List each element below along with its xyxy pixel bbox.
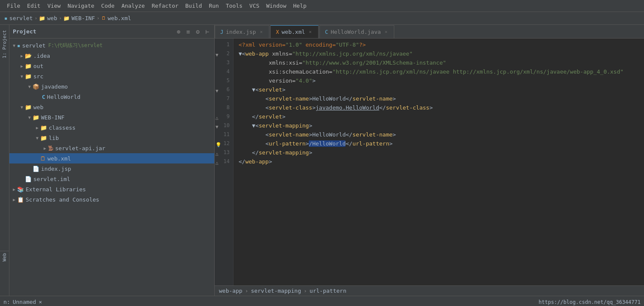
- tab-index-jsp[interactable]: J index.jsp ×: [215, 25, 269, 38]
- tree-item-web[interactable]: ▼ 📁 web: [9, 102, 214, 112]
- xml-icon-tree: 🗒: [40, 155, 46, 162]
- code-line-12: <url-pattern>/HelloWorld</url-pattern>: [239, 139, 644, 148]
- code-content[interactable]: <?xml version="1.0" encoding="UTF-8"?> ▼…: [233, 39, 644, 285]
- menu-item-analyze[interactable]: Analyze: [118, 2, 148, 10]
- folder-icon-2: 📁: [63, 15, 70, 21]
- class-icon: C: [42, 94, 45, 100]
- code-editor[interactable]: 1 ▼ 2 3 4 5 ▼ 6 7 8 △ 9: [215, 39, 644, 285]
- tree-item-src[interactable]: ▼ 📁 src: [9, 71, 214, 81]
- code-line-2: ▼<web-app xmlns="http://xmlns.jcp.org/xm…: [239, 49, 644, 58]
- tab-close-xml[interactable]: ×: [307, 29, 313, 35]
- folder-icon-classess: 📁: [40, 125, 47, 131]
- tree-item-helloworld-class[interactable]: C HelloWorld: [9, 92, 214, 102]
- tab-close-java[interactable]: ×: [384, 29, 389, 35]
- tab-web-xml[interactable]: X web.xml ×: [270, 25, 319, 38]
- line-num-3: 3: [215, 58, 233, 67]
- tree-item-webxml[interactable]: 🗒 web.xml: [9, 153, 214, 163]
- menu-item-navigate[interactable]: Navigate: [64, 2, 98, 10]
- sidebar-header: Project ⊕ ≡ ⚙ ⊢: [9, 25, 214, 39]
- tree-item-servlet[interactable]: ▼ ▪ servlet F:\代码练习\servlet: [9, 40, 214, 51]
- editor-area: J index.jsp × X web.xml × C HelloWorld.j…: [215, 25, 644, 296]
- line-num-4: 4: [215, 67, 233, 76]
- tree-item-index-jsp[interactable]: 📄 index.jsp: [9, 163, 214, 174]
- line-num-1: 1: [215, 40, 233, 49]
- code-line-6: ▼<servlet>: [239, 85, 644, 94]
- code-line-1: <?xml version="1.0" encoding="UTF-8"?>: [239, 40, 644, 49]
- hide-button[interactable]: ⊢: [204, 27, 211, 36]
- folder-icon-out: 📁: [25, 63, 32, 69]
- sidebar-title: Project: [13, 28, 36, 35]
- project-tab-label[interactable]: 1: Project: [1, 28, 8, 60]
- line-num-9: △ 9: [215, 112, 233, 121]
- menu-item-vcs[interactable]: VCS: [246, 2, 263, 10]
- breadcrumb-webinf[interactable]: 📁 WEB-INF: [63, 15, 95, 21]
- breadcrumb-web[interactable]: 📁 web: [39, 15, 57, 21]
- line-num-14: △ 14: [215, 157, 233, 166]
- folder-icon-lib: 📁: [40, 135, 47, 141]
- jar-icon: 🗜: [48, 145, 53, 152]
- main-layout: 1: Project Project ⊕ ≡ ⚙ ⊢ ▼ ▪ servlet F…: [0, 25, 644, 296]
- collapse-all-button[interactable]: ≡: [185, 27, 192, 36]
- menu-item-refactor[interactable]: Refactor: [148, 2, 182, 10]
- breadcrumb-module[interactable]: ▪ servlet: [4, 15, 33, 21]
- tree-item-ext-libs[interactable]: ▶ 📚 External Libraries: [9, 184, 214, 194]
- tree-item-scratches[interactable]: ▶ 📋 Scratches and Consoles: [9, 194, 214, 205]
- tab-close-jsp[interactable]: ×: [259, 29, 264, 35]
- jsp-icon: 📄: [32, 166, 39, 172]
- sidebar-actions: ⊕ ≡ ⚙ ⊢: [175, 27, 211, 36]
- breadcrumb-webxml[interactable]: 🗒 web.xml: [101, 15, 131, 21]
- locate-file-button[interactable]: ⊕: [175, 27, 182, 36]
- module-icon-tree: ▪: [17, 42, 21, 49]
- code-line-10: ▼<servlet-mapping>: [239, 121, 644, 130]
- fold-end-icon-14[interactable]: △: [216, 158, 219, 167]
- code-line-8: <servlet-class>javademo.HelloWorld</serv…: [239, 103, 644, 112]
- bc-item-url-pattern[interactable]: url-pattern: [310, 288, 346, 294]
- tab-icon-xml: X: [276, 29, 279, 35]
- menu-item-code[interactable]: Code: [98, 2, 118, 10]
- tree-item-classess[interactable]: ▶ 📁 classess: [9, 122, 214, 133]
- line-num-5: 5: [215, 76, 233, 85]
- line-num-11: 11: [215, 130, 233, 139]
- line-num-10: ▼ 10: [215, 121, 233, 130]
- tree-item-servlet-iml[interactable]: 📄 servlet.iml: [9, 174, 214, 184]
- package-icon: 📦: [32, 83, 39, 90]
- line-numbers: 1 ▼ 2 3 4 5 ▼ 6 7 8 △ 9: [215, 39, 233, 285]
- tree-item-idea[interactable]: ▶ 📂 .idea: [9, 51, 214, 61]
- bc-item-webapp[interactable]: web-app: [219, 288, 242, 294]
- menu-bar: File Edit View Navigate Code Analyze Ref…: [0, 0, 644, 12]
- menu-item-window[interactable]: Window: [263, 2, 290, 10]
- run-close-button[interactable]: ×: [38, 299, 42, 305]
- tree-item-lib[interactable]: ▼ 📁 lib: [9, 133, 214, 143]
- scratches-icon: 📋: [17, 196, 24, 203]
- line-num-13: △ 13: [215, 148, 233, 157]
- menu-item-edit[interactable]: Edit: [24, 2, 44, 10]
- line-num-6: ▼ 6: [215, 85, 233, 94]
- web-tab[interactable]: Web: [0, 251, 9, 263]
- tree-item-javademo[interactable]: ▼ 📦 javademo: [9, 81, 214, 92]
- menu-item-run[interactable]: Run: [205, 2, 222, 10]
- code-line-7: <servlet-name>HelloWorld</servlet-name>: [239, 94, 644, 103]
- line-num-2: ▼ 2: [215, 49, 233, 58]
- line-num-12: 💡 12: [215, 139, 233, 148]
- tree-item-servlet-jar[interactable]: ▶ 🗜 servlet-api.jar: [9, 143, 214, 153]
- line-num-7: 7: [215, 94, 233, 103]
- code-line-14: </web-app>: [239, 157, 644, 166]
- xml-file-icon: 🗒: [101, 15, 106, 21]
- run-config: n: Unnamed ×: [3, 299, 42, 305]
- menu-item-tools[interactable]: Tools: [222, 2, 246, 10]
- tree-item-webinf[interactable]: ▼ 📁 WEB-INF: [9, 112, 214, 122]
- run-name[interactable]: Unnamed: [13, 299, 36, 305]
- menu-item-file[interactable]: File: [3, 2, 24, 10]
- project-sidebar: Project ⊕ ≡ ⚙ ⊢ ▼ ▪ servlet F:\代码练习\serv…: [9, 25, 215, 296]
- tab-icon-jsp: J: [220, 29, 223, 35]
- menu-item-view[interactable]: View: [44, 2, 64, 10]
- tree-item-out[interactable]: ▶ 📁 out: [9, 61, 214, 71]
- menu-item-build[interactable]: Build: [182, 2, 205, 10]
- module-icon: ▪: [4, 15, 8, 21]
- bc-item-servlet-mapping[interactable]: servlet-mapping: [251, 288, 301, 294]
- project-tree: ▼ ▪ servlet F:\代码练习\servlet ▶ 📂 .idea ▶ …: [9, 39, 214, 296]
- tab-hello-java[interactable]: C HelloWorld.java ×: [319, 25, 394, 38]
- menu-item-help[interactable]: Help: [290, 2, 310, 10]
- settings-button[interactable]: ⚙: [194, 27, 201, 36]
- folder-icon-web: 📁: [25, 104, 32, 110]
